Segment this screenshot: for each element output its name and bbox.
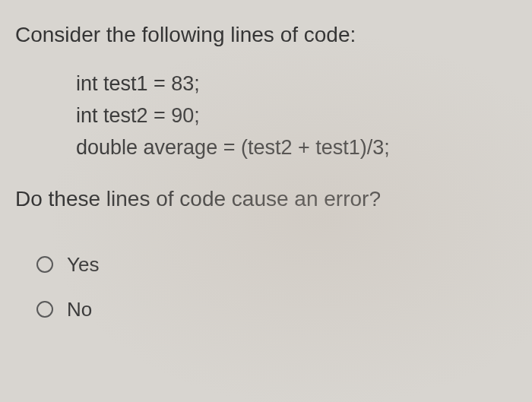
radio-icon	[36, 301, 53, 318]
option-label: Yes	[67, 253, 99, 277]
question-followup: Do these lines of code cause an error?	[15, 187, 517, 211]
code-line: int test2 = 90;	[76, 100, 517, 132]
option-yes[interactable]: Yes	[36, 253, 517, 277]
option-no[interactable]: No	[36, 298, 517, 321]
radio-icon	[36, 256, 53, 273]
code-block: int test1 = 83; int test2 = 90; double a…	[76, 68, 517, 164]
options-group: Yes No	[36, 253, 517, 321]
code-line: int test1 = 83;	[76, 68, 517, 100]
question-prompt: Consider the following lines of code:	[15, 23, 517, 47]
code-line: double average = (test2 + test1)/3;	[76, 132, 517, 164]
option-label: No	[67, 298, 92, 321]
